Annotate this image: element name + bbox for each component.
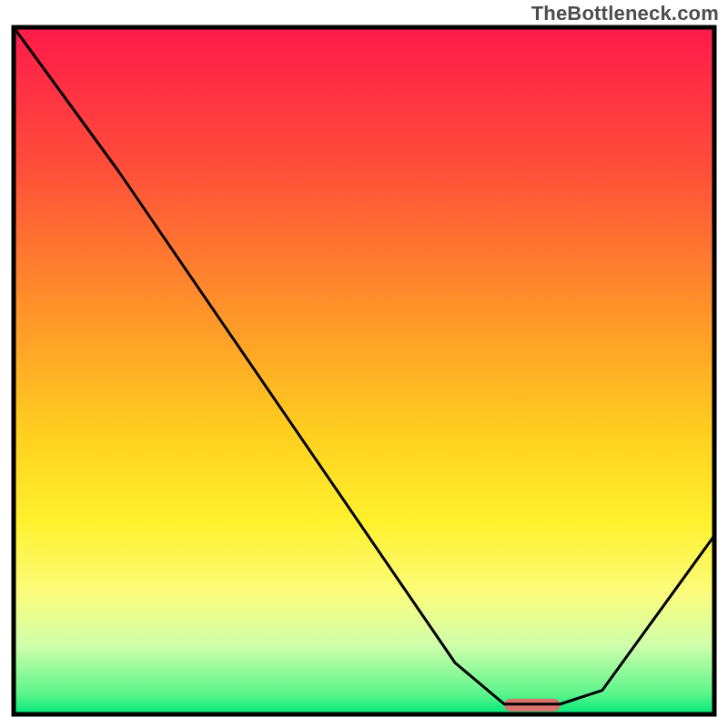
bottleneck-chart	[0, 0, 728, 728]
svg-rect-0	[14, 27, 714, 714]
watermark-text: TheBottleneck.com	[531, 2, 719, 25]
chart-container: TheBottleneck.com	[0, 0, 728, 728]
